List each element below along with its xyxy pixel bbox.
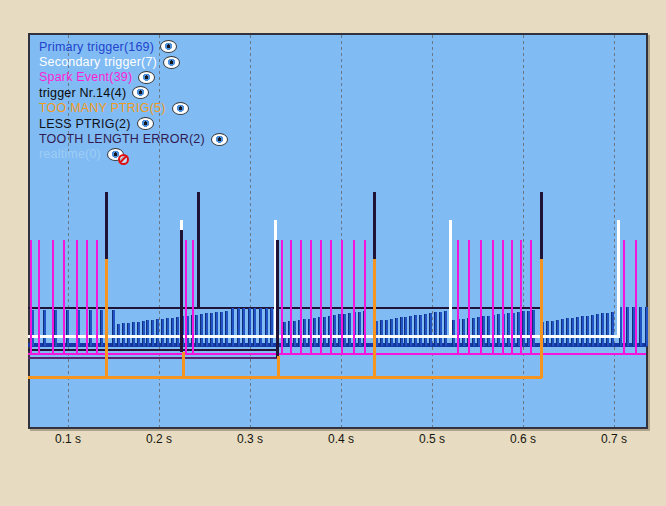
visibility-eye-icon[interactable] <box>138 71 155 84</box>
spark-event-spike <box>623 240 625 355</box>
primary-trigger-tick <box>606 313 609 346</box>
spark-event-spike <box>76 240 78 355</box>
primary-trigger-tick <box>151 320 154 346</box>
legend-item-trigger-nr14[interactable]: trigger Nr.14(4) <box>39 85 228 100</box>
primary-trigger-tick <box>385 320 388 346</box>
tooth-error-baseline <box>28 357 279 359</box>
visibility-eye-icon[interactable] <box>172 102 189 115</box>
primary-trigger-tick <box>283 322 286 346</box>
primary-trigger-tick <box>220 312 223 346</box>
primary-trigger-tick <box>171 318 174 347</box>
spark-event-spike <box>530 240 532 355</box>
legend-item-secondary-trigger[interactable]: Secondary trigger(7) <box>39 54 228 69</box>
primary-trigger-tick <box>195 315 198 346</box>
visibility-eye-icon[interactable] <box>211 133 228 146</box>
legend-label-trigger-nr14: trigger Nr.14(4) <box>39 86 126 100</box>
time-axis-label: 0.3 s <box>226 432 274 446</box>
legend-label-spark-event: Spark Event(39) <box>39 70 132 84</box>
primary-trigger-tick <box>576 317 579 346</box>
primary-trigger-tick <box>100 310 103 346</box>
signal-legend: Primary trigger(169)Secondary trigger(7)… <box>39 39 228 162</box>
legend-item-too-many-ptrig[interactable]: TOO MANY PTRIG(5) <box>39 101 228 116</box>
legend-label-less-ptrig: LESS PTRIG(2) <box>39 117 131 131</box>
primary-trigger-tick <box>176 317 179 346</box>
spark-event-spike <box>320 240 322 355</box>
primary-trigger-tick <box>231 308 234 346</box>
primary-trigger-tick <box>439 312 442 346</box>
less-ptrig-spike <box>276 240 279 358</box>
primary-trigger-tick <box>497 314 500 346</box>
legend-item-less-ptrig[interactable]: LESS PTRIG(2) <box>39 116 228 131</box>
primary-trigger-tick <box>225 311 228 346</box>
too-many-ptrig-spike <box>540 259 543 378</box>
time-axis-label: 0.7 s <box>590 432 638 446</box>
spark-event-spike <box>502 240 504 355</box>
primary-trigger-tick <box>626 307 629 346</box>
primary-trigger-tick <box>166 318 169 346</box>
spark-event-spike <box>192 240 194 355</box>
primary-trigger-tick <box>348 313 351 346</box>
primary-trigger-tick <box>645 307 648 346</box>
time-gridline <box>250 35 251 427</box>
secondary-trigger-spike <box>617 220 620 337</box>
spark-event-spike <box>63 240 65 355</box>
primary-trigger-tick <box>313 318 316 346</box>
primary-trigger-tick <box>611 312 614 346</box>
spark-event-spike <box>492 240 494 355</box>
spark-event-spike <box>300 240 302 355</box>
primary-trigger-tick <box>414 315 417 346</box>
legend-item-primary-trigger[interactable]: Primary trigger(169) <box>39 39 228 54</box>
spark-event-spike <box>330 240 332 355</box>
primary-trigger-tick <box>452 320 455 346</box>
spark-event-spike <box>457 240 459 355</box>
primary-trigger-tick <box>210 313 213 346</box>
primary-trigger-tick <box>253 308 256 346</box>
primary-trigger-tick <box>156 319 159 346</box>
spark-event-spike <box>290 240 292 355</box>
primary-trigger-tick <box>551 321 554 346</box>
visibility-eye-icon[interactable] <box>160 40 177 53</box>
primary-trigger-tick <box>556 320 559 346</box>
spark-event-spike <box>468 240 470 355</box>
legend-item-realtime[interactable]: realtime(0) <box>39 147 228 162</box>
spark-event-spike <box>281 240 283 355</box>
primary-trigger-tick <box>532 310 535 346</box>
visibility-eye-icon[interactable] <box>137 117 154 130</box>
primary-trigger-tick <box>66 310 69 346</box>
spark-event-spike <box>520 240 522 355</box>
trigger-plot-canvas[interactable]: Primary trigger(169)Secondary trigger(7)… <box>28 33 648 429</box>
primary-trigger-tick <box>303 319 306 346</box>
time-gridline <box>523 35 524 427</box>
time-gridline <box>614 35 615 427</box>
trigger-analyzer-window: Primary trigger(169)Secondary trigger(7)… <box>0 0 666 506</box>
time-axis-label: 0.6 s <box>499 432 547 446</box>
spark-event-spike <box>310 240 312 355</box>
legend-item-spark-event[interactable]: Spark Event(39) <box>39 70 228 85</box>
primary-trigger-tick <box>566 318 569 346</box>
legend-item-tooth-length-error[interactable]: TOOTH LENGTH ERROR(2) <box>39 131 228 146</box>
visibility-eye-icon[interactable] <box>163 56 180 69</box>
primary-trigger-tick <box>146 320 149 346</box>
primary-trigger-tick <box>462 319 465 346</box>
primary-trigger-tick <box>404 317 407 346</box>
time-gridline <box>432 35 433 427</box>
too-many-ptrig-spike <box>373 259 376 378</box>
visibility-eye-blocked-icon[interactable] <box>107 148 124 161</box>
spark-event-spike <box>480 240 482 355</box>
spark-event-spike <box>364 240 366 355</box>
primary-trigger-tick <box>270 308 273 346</box>
primary-trigger-tick <box>43 310 46 346</box>
time-gridline <box>341 35 342 427</box>
primary-trigger-tick <box>487 316 490 346</box>
primary-trigger-tick <box>400 317 403 346</box>
primary-trigger-tick <box>54 310 57 346</box>
spark-event-spike <box>635 240 637 355</box>
visibility-eye-icon[interactable] <box>132 86 149 99</box>
primary-trigger-tick <box>591 315 594 346</box>
spark-event-spike <box>96 240 98 355</box>
primary-trigger-tick <box>581 316 584 346</box>
primary-trigger-tick <box>293 321 296 346</box>
primary-trigger-tick <box>409 316 412 346</box>
primary-trigger-tick <box>561 319 564 346</box>
primary-trigger-tick <box>507 313 510 346</box>
